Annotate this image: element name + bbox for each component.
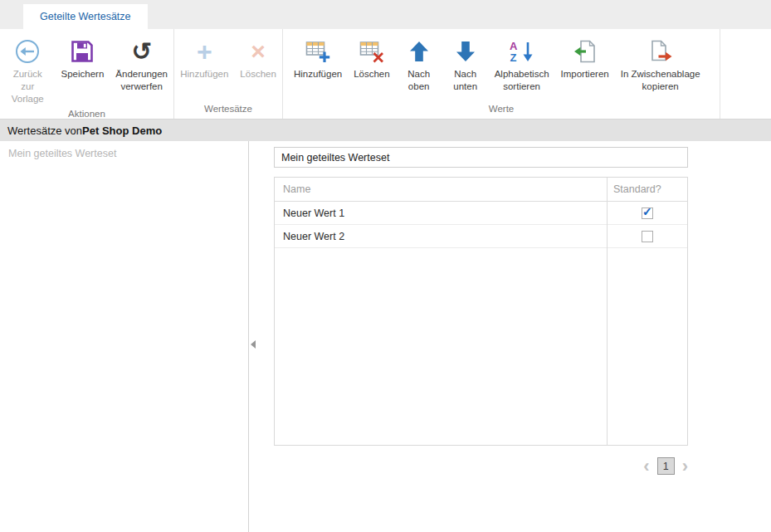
button-label: Nach unten: [453, 68, 477, 93]
button-label: Hinzufügen: [180, 68, 228, 81]
move-up-button[interactable]: Nach oben: [396, 33, 442, 93]
sort-az-icon: A Z: [505, 35, 539, 68]
sidebar-item-mein-geteiltes-werteset[interactable]: Mein geteiltes Werteset: [0, 141, 248, 166]
sidebar-collapse-handle[interactable]: [251, 339, 257, 350]
valueset-name-input[interactable]: [274, 147, 688, 168]
import-button[interactable]: Importieren: [555, 33, 615, 81]
value-add-button[interactable]: Hinzufügen: [288, 33, 348, 81]
column-divider: [607, 178, 608, 445]
next-page-icon[interactable]: ›: [682, 458, 688, 475]
button-label: Hinzufügen: [294, 68, 342, 81]
ribbon-group-aktionen: Zurück zur Vorlage Speichern: [0, 29, 174, 119]
svg-text:A: A: [510, 40, 518, 52]
prev-page-icon[interactable]: ‹: [643, 458, 649, 475]
table-row[interactable]: Neuer Wert 2: [275, 225, 687, 248]
discard-changes-button[interactable]: ↺ Änderungen verwerfen: [110, 33, 173, 93]
standard-checkbox[interactable]: [642, 207, 653, 219]
page-title-prefix: Wertesätze von: [7, 124, 82, 137]
button-label: Zurück zur Vorlage: [6, 68, 50, 105]
table-header-row: Name Standard?: [275, 178, 687, 202]
value-name-cell[interactable]: Neuer Wert 1: [275, 207, 607, 219]
button-label: Löschen: [354, 68, 389, 81]
current-page-button[interactable]: 1: [657, 457, 675, 475]
valueset-add-button[interactable]: + Hinzufügen: [174, 33, 234, 81]
ribbon-group-wertesaetze: + Hinzufügen × Löschen Wertesätze: [174, 29, 283, 119]
plus-icon: +: [187, 35, 222, 68]
column-header-standard: Standard?: [607, 183, 687, 195]
column-header-name: Name: [275, 183, 607, 195]
arrow-up-icon: [402, 35, 437, 68]
valueset-list-sidebar: Mein geteiltes Werteset: [0, 141, 249, 532]
x-icon: ×: [241, 35, 276, 68]
tab-bar: Geteilte Wertesätze: [0, 0, 771, 29]
back-to-template-button[interactable]: Zurück zur Vorlage: [0, 33, 56, 105]
page-title-name: Pet Shop Demo: [82, 124, 162, 137]
ribbon-group-werte: Hinzufügen Löschen: [283, 29, 720, 119]
ribbon-group-label-werte: Werte: [283, 100, 720, 119]
table-add-icon: [300, 35, 335, 68]
button-label: Nach oben: [407, 68, 430, 93]
back-circle-icon: [10, 35, 45, 68]
page-title-bar: Wertesätze von Pet Shop Demo: [0, 120, 771, 141]
table-delete-icon: [354, 35, 389, 68]
copy-clipboard-icon: [643, 35, 678, 68]
pagination: ‹ 1 ›: [274, 457, 688, 475]
table-row[interactable]: Neuer Wert 1: [275, 202, 687, 225]
app-window: Geteilte Wertesätze Zurück zur Vorlage: [0, 0, 771, 532]
arrow-down-icon: [448, 35, 483, 68]
button-label: Importieren: [561, 68, 609, 81]
button-label: Löschen: [240, 68, 276, 81]
value-name-cell[interactable]: Neuer Wert 2: [275, 231, 607, 242]
values-table: Name Standard? Neuer Wert 1 Neuer Wert 2: [274, 177, 688, 446]
move-down-button[interactable]: Nach unten: [442, 33, 489, 93]
undo-icon: ↺: [124, 35, 159, 68]
svg-text:Z: Z: [510, 51, 516, 64]
standard-checkbox[interactable]: [642, 231, 653, 242]
button-label: Speichern: [61, 68, 105, 81]
save-icon: [65, 35, 100, 68]
ribbon: Zurück zur Vorlage Speichern: [0, 29, 771, 120]
save-button[interactable]: Speichern: [56, 33, 110, 81]
sort-alphabetical-button[interactable]: A Z Alphabetisch sortieren: [489, 33, 555, 93]
value-delete-button[interactable]: Löschen: [348, 33, 395, 81]
valueset-delete-button[interactable]: × Löschen: [234, 33, 281, 81]
copy-to-clipboard-button[interactable]: In Zwischenablage kopieren: [615, 33, 706, 93]
tab-geteilte-wertesaetze[interactable]: Geteilte Wertesätze: [23, 4, 148, 29]
button-label: Alphabetisch sortieren: [495, 68, 549, 93]
ribbon-group-label-wertesaetze: Wertesätze: [174, 100, 282, 119]
button-label: Änderungen verwerfen: [115, 68, 168, 93]
chevron-left-icon: [251, 340, 256, 349]
button-label: In Zwischenablage kopieren: [621, 68, 700, 93]
import-icon: [568, 35, 603, 68]
